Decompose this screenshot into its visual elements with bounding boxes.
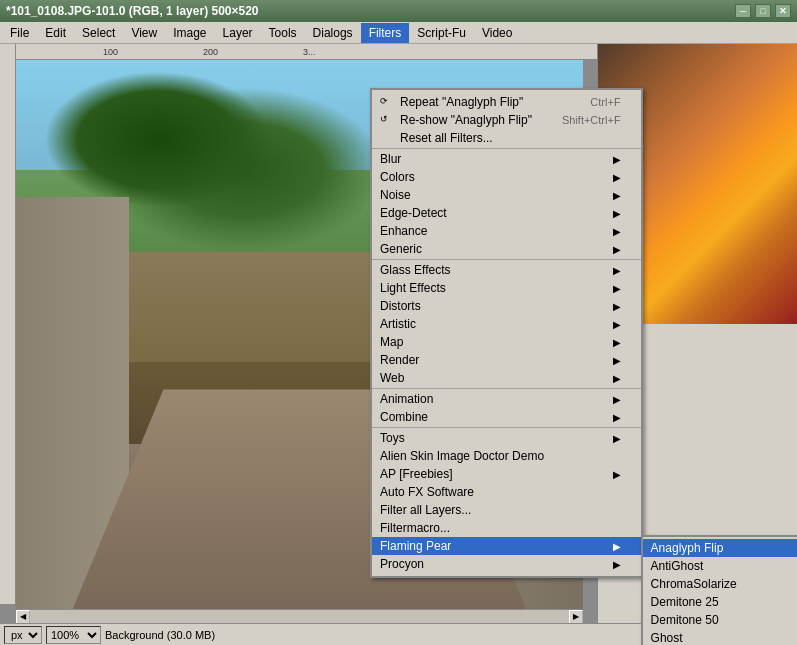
fp-antighost[interactable]: AntiGhost	[643, 557, 797, 575]
ruler-horizontal: 100 200 3...	[16, 44, 597, 60]
menu-video[interactable]: Video	[474, 23, 520, 43]
filters-edge-detect[interactable]: Edge-Detect▶	[372, 204, 641, 222]
menu-layer[interactable]: Layer	[215, 23, 261, 43]
close-button[interactable]: ✕	[775, 4, 791, 18]
filters-procyon[interactable]: Procyon▶	[372, 555, 641, 573]
h-scrollbar[interactable]: ◀ ▶	[16, 609, 583, 623]
filters-animation[interactable]: Animation▶	[372, 390, 641, 408]
menu-bar: File Edit Select View Image Layer Tools …	[0, 22, 797, 44]
title-bar: *101_0108.JPG-101.0 (RGB, 1 layer) 500×5…	[0, 0, 797, 22]
filters-repeat[interactable]: ⟳ Repeat "Anaglyph Flip" Ctrl+F	[372, 93, 641, 111]
menu-dialogs[interactable]: Dialogs	[305, 23, 361, 43]
filters-toys[interactable]: Toys▶	[372, 429, 641, 447]
scroll-right-btn[interactable]: ▶	[569, 610, 583, 624]
filters-blur[interactable]: Blur▶	[372, 150, 641, 168]
filters-artistic[interactable]: Artistic▶	[372, 315, 641, 333]
filters-flaming-pear[interactable]: Flaming Pear ▶ Anaglyph Flip AntiGhost C…	[372, 537, 641, 555]
filters-web[interactable]: Web▶	[372, 369, 641, 387]
menu-edit[interactable]: Edit	[37, 23, 74, 43]
fp-anaglyph-flip[interactable]: Anaglyph Flip	[643, 539, 797, 557]
flaming-pear-submenu: Anaglyph Flip AntiGhost ChromaSolarize D…	[641, 535, 797, 645]
title-buttons: ─ □ ✕	[735, 4, 791, 18]
unit-select[interactable]: px	[4, 626, 42, 644]
filters-light-effects[interactable]: Light Effects▶	[372, 279, 641, 297]
filters-menu: ⟳ Repeat "Anaglyph Flip" Ctrl+F ↺ Re-sho…	[370, 88, 643, 578]
menu-tools[interactable]: Tools	[261, 23, 305, 43]
menu-image[interactable]: Image	[165, 23, 214, 43]
bg-size-text: Background (30.0 MB)	[105, 629, 215, 641]
filters-glass-effects[interactable]: Glass Effects▶	[372, 261, 641, 279]
menu-filters[interactable]: Filters	[361, 23, 410, 43]
maximize-button[interactable]: □	[755, 4, 771, 18]
filters-filter-all-layers[interactable]: Filter all Layers...	[372, 501, 641, 519]
fp-demitone-25[interactable]: Demitone 25	[643, 593, 797, 611]
filters-noise[interactable]: Noise▶	[372, 186, 641, 204]
fp-ghost[interactable]: Ghost	[643, 629, 797, 645]
filters-alien-skin[interactable]: Alien Skin Image Doctor Demo	[372, 447, 641, 465]
filters-generic[interactable]: Generic▶	[372, 240, 641, 258]
title-text: *101_0108.JPG-101.0 (RGB, 1 layer) 500×5…	[6, 4, 259, 18]
menu-view[interactable]: View	[123, 23, 165, 43]
filters-section-plugins: Toys▶ Alien Skin Image Doctor Demo AP [F…	[372, 428, 641, 574]
filters-combine[interactable]: Combine▶	[372, 408, 641, 426]
fp-demitone-50[interactable]: Demitone 50	[643, 611, 797, 629]
filters-section-effects: Blur▶ Colors▶ Noise▶ Edge-Detect▶ Enhanc…	[372, 149, 641, 260]
filters-auto-fx[interactable]: Auto FX Software	[372, 483, 641, 501]
filters-render[interactable]: Render▶	[372, 351, 641, 369]
menu-select[interactable]: Select	[74, 23, 123, 43]
menu-script-fu[interactable]: Script-Fu	[409, 23, 474, 43]
filters-section-recent: ⟳ Repeat "Anaglyph Flip" Ctrl+F ↺ Re-sho…	[372, 92, 641, 149]
zoom-select[interactable]: 100%	[46, 626, 101, 644]
filters-reset[interactable]: Reset all Filters...	[372, 129, 641, 147]
filters-ap-freebies[interactable]: AP [Freebies]▶	[372, 465, 641, 483]
filters-section-more: Glass Effects▶ Light Effects▶ Distorts▶ …	[372, 260, 641, 389]
filters-distorts[interactable]: Distorts▶	[372, 297, 641, 315]
filters-map[interactable]: Map▶	[372, 333, 641, 351]
filters-enhance[interactable]: Enhance▶	[372, 222, 641, 240]
filters-section-anim: Animation▶ Combine▶	[372, 389, 641, 428]
fp-chroma-solarize[interactable]: ChromaSolarize	[643, 575, 797, 593]
scroll-left-btn[interactable]: ◀	[16, 610, 30, 624]
minimize-button[interactable]: ─	[735, 4, 751, 18]
menu-file[interactable]: File	[2, 23, 37, 43]
filters-reshow[interactable]: ↺ Re-show "Anaglyph Flip" Shift+Ctrl+F	[372, 111, 641, 129]
filters-colors[interactable]: Colors▶	[372, 168, 641, 186]
filters-filtermacro[interactable]: Filtermacro...	[372, 519, 641, 537]
